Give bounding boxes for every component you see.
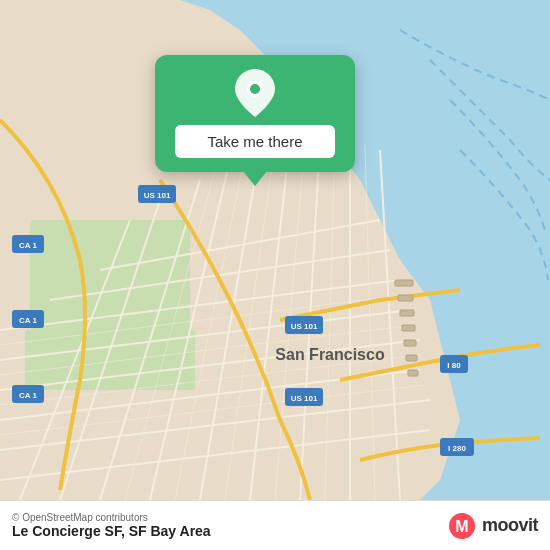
- svg-text:US 101: US 101: [291, 322, 318, 331]
- moovit-text: moovit: [482, 515, 538, 536]
- svg-rect-52: [404, 340, 416, 346]
- location-icon-wrap: [233, 71, 277, 115]
- svg-rect-50: [400, 310, 414, 316]
- location-pin-icon: [235, 69, 275, 117]
- svg-text:I 80: I 80: [447, 361, 461, 370]
- svg-text:I 280: I 280: [448, 444, 466, 453]
- svg-point-56: [250, 84, 260, 94]
- popup-card: Take me there: [155, 55, 355, 172]
- svg-text:San Francisco: San Francisco: [275, 346, 385, 363]
- svg-text:US 101: US 101: [144, 191, 171, 200]
- take-me-there-button[interactable]: Take me there: [175, 125, 335, 158]
- map-container: CA 1 CA 1 CA 1 US 101 US 101 US 101 I 80: [0, 0, 550, 500]
- attribution-text: © OpenStreetMap contributors: [12, 512, 211, 523]
- svg-text:CA 1: CA 1: [19, 241, 37, 250]
- svg-rect-53: [406, 355, 417, 361]
- svg-rect-2: [30, 220, 190, 330]
- svg-rect-49: [398, 295, 413, 301]
- svg-text:CA 1: CA 1: [19, 316, 37, 325]
- svg-rect-51: [402, 325, 415, 331]
- bottom-left: © OpenStreetMap contributors Le Concierg…: [12, 512, 211, 539]
- moovit-icon: M: [448, 512, 476, 540]
- svg-text:M: M: [455, 518, 468, 535]
- svg-rect-54: [408, 370, 418, 376]
- moovit-logo: M moovit: [448, 512, 538, 540]
- svg-text:CA 1: CA 1: [19, 391, 37, 400]
- svg-rect-48: [395, 280, 413, 286]
- place-name: Le Concierge SF, SF Bay Area: [12, 523, 211, 539]
- bottom-bar: © OpenStreetMap contributors Le Concierg…: [0, 500, 550, 550]
- svg-text:US 101: US 101: [291, 394, 318, 403]
